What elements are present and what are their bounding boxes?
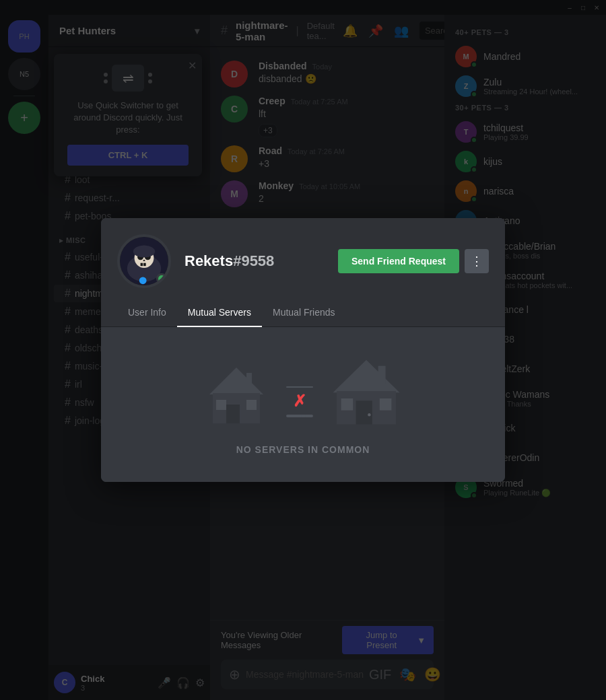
- house-icon-left: [203, 361, 270, 428]
- svg-rect-18: [341, 398, 354, 411]
- profile-actions: Send Friend Request ⋮: [338, 249, 489, 273]
- status-badge: [156, 273, 167, 284]
- svg-rect-6: [143, 263, 146, 267]
- tab-user-info[interactable]: User Info: [117, 299, 177, 327]
- profile-modal: Rekets#9558 Send Friend Request ⋮ User I…: [101, 218, 505, 482]
- svg-rect-20: [378, 366, 386, 384]
- svg-point-7: [133, 246, 155, 258]
- svg-rect-17: [356, 400, 372, 424]
- tab-label: Mutual Friends: [273, 307, 335, 318]
- svg-rect-14: [246, 373, 252, 386]
- profile-discriminator: #9558: [233, 252, 274, 269]
- profile-header: Rekets#9558 Send Friend Request ⋮: [101, 218, 505, 299]
- svg-point-21: [368, 413, 370, 416]
- svg-marker-9: [209, 368, 263, 394]
- no-servers-visual: ✗: [203, 354, 403, 428]
- send-friend-request-button[interactable]: Send Friend Request: [338, 249, 459, 273]
- svg-rect-5: [141, 263, 143, 267]
- house-icon-right: [329, 354, 403, 428]
- profile-body: ✗ NO SERVERS IN COMMON: [101, 327, 505, 482]
- tab-mutual-friends[interactable]: Mutual Friends: [262, 299, 346, 327]
- profile-username: Rekets: [184, 252, 233, 269]
- overlay[interactable]: Rekets#9558 Send Friend Request ⋮ User I…: [0, 0, 606, 700]
- svg-marker-15: [333, 360, 400, 392]
- svg-point-8: [139, 277, 147, 284]
- no-servers-text: NO SERVERS IN COMMON: [236, 444, 370, 455]
- tab-mutual-servers[interactable]: Mutual Servers: [177, 299, 262, 327]
- profile-tabs: User Info Mutual Servers Mutual Friends: [101, 299, 505, 327]
- svg-rect-13: [246, 400, 257, 410]
- tab-label: User Info: [128, 307, 166, 318]
- svg-rect-19: [380, 398, 392, 411]
- svg-rect-11: [226, 405, 240, 423]
- more-options-button[interactable]: ⋮: [465, 249, 489, 273]
- profile-avatar: [117, 234, 171, 288]
- svg-rect-12: [216, 400, 226, 410]
- tab-label: Mutual Servers: [188, 307, 251, 318]
- profile-name-section: Rekets#9558: [184, 252, 325, 270]
